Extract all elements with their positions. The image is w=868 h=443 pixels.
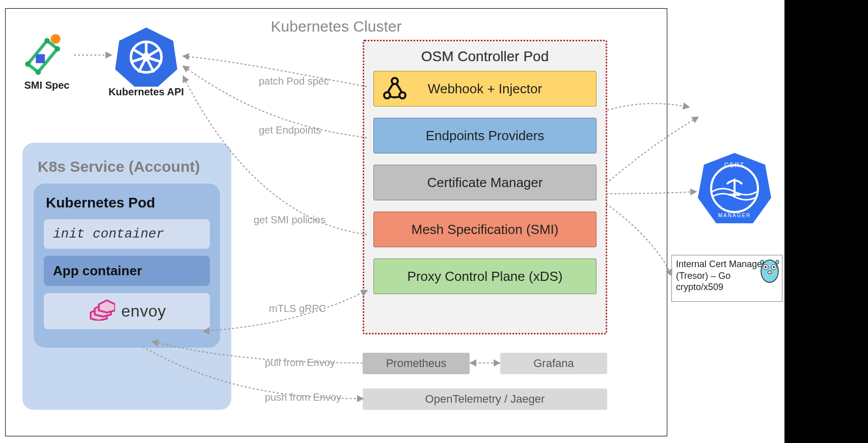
svg-point-4 (25, 61, 31, 67)
svg-point-7 (36, 69, 41, 75)
go-gopher-icon (759, 257, 780, 283)
endpoints-label: Endpoints Providers (426, 128, 545, 144)
proxy-label: Proxy Control Plane (xDS) (408, 269, 563, 284)
k8s-service-title: K8s Service (Account) (38, 158, 216, 175)
viewer-dark-background (784, 0, 868, 443)
opentelemetry-jaeger-box: OpenTelemetry / Jaeger (363, 388, 607, 410)
prometheus-box: Prometheus (363, 353, 470, 374)
cluster-title: Kubernetes Cluster (271, 18, 402, 35)
proxy-control-plane-box: Proxy Control Plane (xDS) (373, 258, 596, 294)
edge-label-push-from-envoy: push from Envoy (265, 392, 341, 403)
svg-text:CERT: CERT (724, 162, 745, 169)
svg-point-33 (773, 266, 775, 268)
edge-label-mtls-grpc: mTLS gRPC (269, 303, 326, 315)
cert-manager-badge-icon: CERT MANAGER (697, 152, 772, 227)
edge-label-pull-from-envoy: pull from Envoy (265, 357, 335, 369)
kubernetes-pod-panel: Kubernetes Pod init container App contai… (34, 184, 220, 348)
svg-rect-8 (36, 54, 45, 63)
osm-controller-title: OSM Controller Pod (373, 48, 596, 65)
kubernetes-pod-title: Kubernetes Pod (46, 195, 208, 211)
svg-point-5 (44, 38, 50, 44)
certificate-manager-box: Certificate Manager (373, 165, 596, 200)
envoy-sidecar-box: envoy (44, 293, 210, 329)
mesh-label: Mesh Specification (SMI) (412, 222, 559, 238)
prometheus-label: Prometheus (386, 357, 447, 370)
mesh-specification-box: Mesh Specification (SMI) (373, 212, 596, 247)
webhook-icon (381, 75, 409, 102)
edge-label-get-smi-policies: get SMI policies (254, 214, 326, 226)
otel-label: OpenTelemetry / Jaeger (425, 393, 545, 406)
edge-label-get-endpoints: get Endpoints (259, 124, 321, 136)
svg-point-36 (776, 260, 779, 264)
svg-text:MANAGER: MANAGER (718, 213, 751, 218)
svg-point-22 (399, 92, 405, 98)
init-container-box: init container (44, 219, 210, 249)
svg-point-35 (761, 260, 764, 264)
certmgr-label: Certificate Manager (427, 175, 543, 191)
grafana-label: Grafana (533, 357, 574, 370)
tresor-label: Internal Cert Manager (Tresor) – Go cryp… (676, 259, 765, 292)
grafana-box: Grafana (500, 353, 607, 374)
kubernetes-api-icon (113, 25, 179, 87)
osm-controller-pod-box: OSM Controller Pod Webhook + Injector En… (363, 40, 607, 334)
smi-spec-icon (22, 33, 67, 77)
webhook-label: Webhook + Injector (428, 81, 542, 97)
edge-label-patch-pod-spec: patch Pod spec (259, 75, 329, 87)
smi-spec-label: SMI Spec (22, 80, 71, 91)
webhook-injector-box: Webhook + Injector (373, 71, 596, 107)
app-container-box: App container (44, 256, 210, 286)
envoy-label: envoy (121, 302, 166, 321)
svg-point-32 (765, 266, 767, 268)
svg-point-21 (384, 92, 390, 98)
k8s-service-account-panel: K8s Service (Account) Kubernetes Pod ini… (22, 143, 231, 410)
kubernetes-api-label: Kubernetes API (108, 86, 184, 98)
endpoints-providers-box: Endpoints Providers (373, 118, 596, 153)
svg-point-34 (768, 271, 772, 274)
svg-point-9 (50, 34, 60, 44)
envoy-icon (88, 298, 115, 324)
svg-point-6 (55, 46, 60, 51)
